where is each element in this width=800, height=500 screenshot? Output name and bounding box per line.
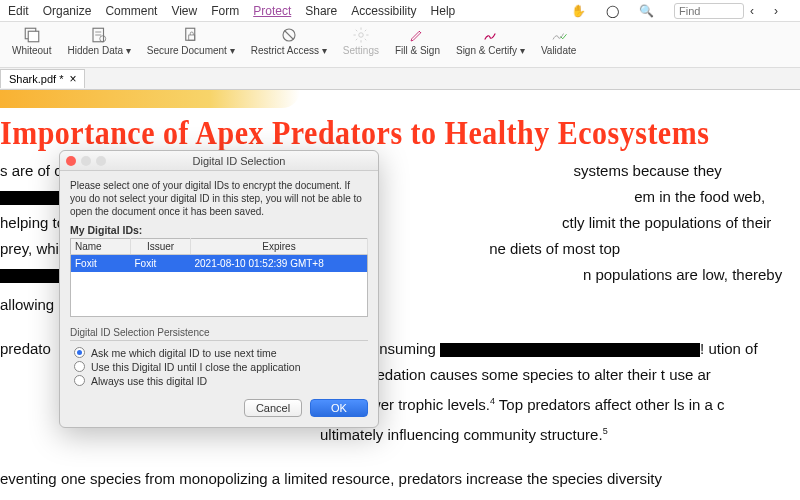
menu-form[interactable]: Form (211, 4, 239, 18)
document-tab[interactable]: Shark.pdf * × (0, 69, 85, 88)
radio-always[interactable]: Always use this digital ID (74, 375, 368, 387)
window-zoom-icon (96, 156, 106, 166)
sign-certify-label: Sign & Certify ▾ (456, 45, 525, 56)
whiteout-label: Whiteout (12, 45, 51, 56)
radio-label: Ask me which digital ID to use next time (91, 347, 277, 359)
fill-sign-icon (408, 26, 426, 44)
menu-protect[interactable]: Protect (253, 4, 291, 18)
menu-edit[interactable]: Edit (8, 4, 29, 18)
digital-ids-label: My Digital IDs: (70, 224, 368, 236)
cancel-button[interactable]: Cancel (244, 399, 302, 417)
radio-icon (74, 361, 85, 372)
dialog-instruction: Please select one of your digital IDs to… (70, 179, 368, 218)
svg-point-5 (100, 36, 106, 42)
ok-button[interactable]: OK (310, 399, 368, 417)
settings-label: Settings (343, 45, 379, 56)
hidden-data-label: Hidden Data ▾ (67, 45, 130, 56)
svg-rect-1 (28, 31, 39, 42)
hidden-data-icon (90, 26, 108, 44)
col-issuer[interactable]: Issuer (131, 239, 191, 255)
svg-point-10 (359, 33, 364, 38)
radio-until-close[interactable]: Use this Digital ID until I close the ap… (74, 361, 368, 373)
cell-expires: 2021-08-10 01:52:39 GMT+8 (191, 255, 368, 273)
menu-comment[interactable]: Comment (105, 4, 157, 18)
restrict-access-label: Restrict Access ▾ (251, 45, 327, 56)
menu-organize[interactable]: Organize (43, 4, 92, 18)
find-input[interactable] (674, 3, 744, 19)
document-tabbar: Shark.pdf * × (0, 68, 800, 90)
radio-icon (74, 347, 85, 358)
whiteout-icon (23, 26, 41, 44)
secure-document-label: Secure Document ▾ (147, 45, 235, 56)
radio-label: Always use this digital ID (91, 375, 207, 387)
radio-label: Use this Digital ID until I close the ap… (91, 361, 301, 373)
radio-ask-next-time[interactable]: Ask me which digital ID to use next time (74, 347, 368, 359)
menubar: Edit Organize Comment View Form Protect … (0, 0, 800, 22)
menu-share[interactable]: Share (305, 4, 337, 18)
validate-label: Validate (541, 45, 576, 56)
table-row[interactable]: Foxit Foxit 2021-08-10 01:52:39 GMT+8 (71, 255, 368, 273)
menu-accessibility[interactable]: Accessibility (351, 4, 416, 18)
menu-help[interactable]: Help (431, 4, 456, 18)
sign-certify-icon (481, 26, 499, 44)
window-minimize-icon (81, 156, 91, 166)
restrict-access-icon (280, 26, 298, 44)
restrict-access-tool[interactable]: Restrict Access ▾ (243, 24, 335, 58)
svg-line-9 (284, 31, 293, 40)
persistence-label: Digital ID Selection Persistence (70, 327, 368, 341)
whiteout-tool[interactable]: Whiteout (4, 24, 59, 58)
radio-icon (74, 375, 85, 386)
digital-id-table[interactable]: Name Issuer Expires Foxit Foxit 2021-08-… (70, 238, 368, 317)
digital-id-dialog: Digital ID Selection Please select one o… (59, 150, 379, 428)
col-expires[interactable]: Expires (191, 239, 368, 255)
svg-rect-7 (189, 35, 195, 40)
menu-view[interactable]: View (171, 4, 197, 18)
find-prev-icon[interactable]: ‹ (750, 4, 754, 18)
document-tab-label: Shark.pdf * (9, 73, 63, 85)
col-name[interactable]: Name (71, 239, 131, 255)
fill-sign-tool[interactable]: Fill & Sign (387, 24, 448, 58)
sign-certify-tool[interactable]: Sign & Certify ▾ (448, 24, 533, 58)
cell-issuer: Foxit (131, 255, 191, 273)
hand-tool-icon[interactable]: ✋ (571, 4, 586, 18)
dialog-title: Digital ID Selection (106, 155, 372, 167)
zoom-fit-icon[interactable]: ◯ (606, 4, 619, 18)
settings-tool: Settings (335, 24, 387, 58)
secure-document-tool[interactable]: Secure Document ▾ (139, 24, 243, 58)
cell-name: Foxit (71, 255, 131, 273)
persistence-group: Digital ID Selection Persistence Ask me … (70, 327, 368, 387)
close-tab-icon[interactable]: × (69, 72, 76, 86)
dialog-titlebar[interactable]: Digital ID Selection (60, 151, 378, 171)
fill-sign-label: Fill & Sign (395, 45, 440, 56)
search-icon: 🔍 (639, 4, 654, 18)
window-close-icon[interactable] (66, 156, 76, 166)
hidden-data-tool[interactable]: Hidden Data ▾ (59, 24, 138, 58)
table-header-row: Name Issuer Expires (71, 239, 368, 255)
gear-icon (352, 26, 370, 44)
validate-icon (550, 26, 568, 44)
redaction (440, 343, 700, 357)
secure-document-icon (182, 26, 200, 44)
validate-tool[interactable]: Validate (533, 24, 584, 58)
ribbon: Whiteout Hidden Data ▾ Secure Document ▾… (0, 22, 800, 68)
find-next-icon[interactable]: › (774, 4, 778, 18)
